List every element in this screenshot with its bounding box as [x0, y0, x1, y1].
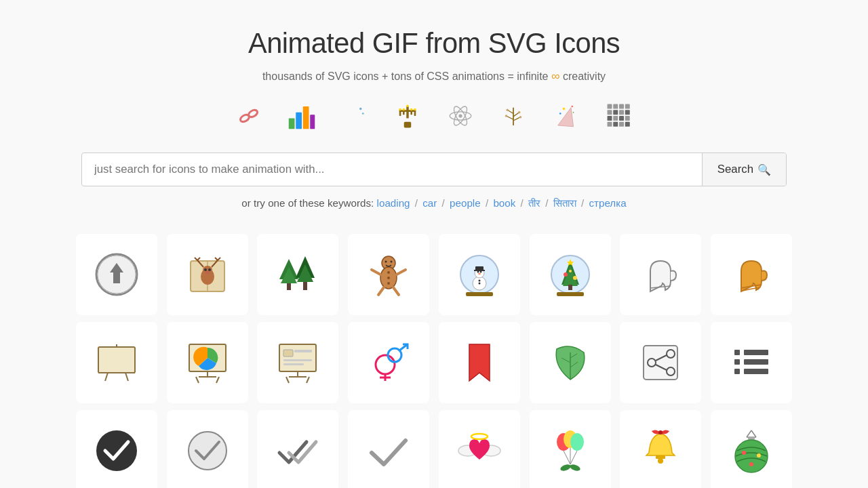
svg-line-117 — [196, 377, 199, 383]
preview-icon-chart[interactable] — [285, 100, 318, 132]
svg-point-32 — [519, 116, 522, 119]
svg-point-86 — [387, 282, 390, 285]
icon-cell-upload-circle[interactable] — [76, 234, 157, 315]
svg-line-110 — [105, 373, 108, 381]
svg-rect-75 — [303, 282, 307, 290]
icon-cell-share[interactable] — [620, 322, 701, 403]
svg-point-104 — [569, 270, 572, 272]
svg-rect-19 — [404, 122, 412, 128]
icon-cell-pie-chart[interactable] — [167, 322, 248, 403]
svg-marker-33 — [558, 108, 574, 127]
svg-line-166 — [751, 430, 756, 437]
icon-cell-angel-heart[interactable] — [439, 410, 520, 488]
search-container: Search 🔍 — [14, 152, 854, 186]
svg-rect-50 — [608, 122, 612, 127]
svg-point-83 — [391, 261, 393, 263]
svg-rect-94 — [474, 270, 485, 271]
icon-cell-presentation[interactable] — [257, 322, 338, 403]
icon-cell-gingerbread[interactable] — [348, 234, 429, 315]
svg-rect-38 — [608, 104, 612, 109]
svg-point-30 — [518, 111, 521, 114]
preview-icon-tree-bare[interactable] — [497, 100, 530, 132]
preview-icon-link[interactable] — [233, 100, 265, 132]
icon-cell-bell-gift[interactable] — [620, 410, 701, 488]
svg-line-27 — [507, 116, 514, 119]
svg-line-79 — [397, 270, 406, 274]
preview-icon-party[interactable] — [550, 100, 583, 132]
svg-point-31 — [505, 115, 508, 117]
svg-line-28 — [513, 117, 521, 121]
svg-rect-122 — [283, 359, 312, 361]
keyword-star-hindi[interactable]: सितारा — [553, 197, 576, 209]
svg-rect-52 — [619, 122, 624, 127]
preview-icon-menorah[interactable] — [391, 100, 424, 132]
svg-point-156 — [570, 433, 584, 451]
svg-rect-8 — [406, 106, 409, 119]
icon-cell-ornament-ball[interactable] — [711, 410, 792, 488]
svg-point-92 — [478, 273, 481, 274]
icon-cell-trees[interactable] — [257, 234, 338, 315]
icon-cell-bookmark[interactable] — [439, 322, 520, 403]
icon-cell-check-gray[interactable] — [348, 410, 429, 488]
preview-icons-strip — [14, 100, 854, 132]
svg-rect-45 — [625, 110, 630, 115]
icon-cell-christmas-globe[interactable] — [530, 234, 611, 315]
icon-cell-leaf[interactable] — [530, 322, 611, 403]
svg-point-85 — [387, 277, 390, 279]
keyword-people[interactable]: people — [450, 197, 481, 209]
search-button[interactable]: Search 🔍 — [702, 153, 786, 186]
icon-cell-mitten-outline[interactable] — [620, 234, 701, 315]
svg-rect-53 — [625, 122, 630, 127]
icon-cell-double-check[interactable] — [257, 410, 338, 488]
icons-grid-row3 — [75, 410, 793, 488]
icon-cell-balloon-bouquet[interactable] — [530, 410, 611, 488]
svg-point-37 — [559, 113, 561, 115]
svg-line-118 — [216, 377, 219, 383]
svg-rect-12 — [403, 110, 405, 115]
preview-icon-atom[interactable] — [444, 100, 477, 132]
icon-cell-snow-globe[interactable] — [439, 234, 520, 315]
svg-rect-44 — [619, 110, 624, 115]
svg-point-18 — [410, 108, 413, 111]
keyword-book[interactable]: book — [493, 197, 515, 209]
icons-grid-row2 — [75, 322, 793, 403]
search-input[interactable] — [82, 153, 702, 186]
svg-point-172 — [749, 462, 753, 466]
keyword-arrow-russian[interactable]: стрелка — [589, 197, 626, 209]
preview-icon-moon[interactable] — [338, 100, 371, 132]
svg-rect-42 — [608, 110, 612, 115]
icon-cell-check-dark-circle[interactable] — [76, 410, 157, 488]
icon-cell-deer-card[interactable] — [167, 234, 248, 315]
svg-line-66 — [215, 258, 218, 260]
svg-rect-120 — [283, 350, 293, 357]
page-title: Animated GIF from SVG Icons — [14, 27, 854, 60]
svg-line-111 — [125, 373, 128, 381]
svg-point-95 — [478, 280, 480, 282]
svg-rect-47 — [613, 116, 618, 121]
svg-line-80 — [378, 287, 384, 295]
icon-cell-gender[interactable] — [348, 322, 429, 403]
svg-rect-51 — [613, 122, 618, 127]
search-icon: 🔍 — [757, 163, 771, 176]
preview-icon-grid[interactable] — [603, 100, 635, 132]
svg-rect-148 — [744, 369, 768, 374]
icon-cell-check-circle-outline[interactable] — [167, 410, 248, 488]
keyword-loading[interactable]: loading — [377, 197, 410, 209]
svg-point-34 — [563, 108, 566, 110]
svg-point-68 — [208, 268, 211, 271]
svg-point-170 — [742, 451, 746, 455]
svg-rect-72 — [287, 283, 291, 290]
svg-rect-9 — [399, 110, 416, 112]
svg-rect-108 — [98, 347, 135, 373]
keyword-arrow-hindi[interactable]: तीर — [528, 197, 540, 209]
svg-line-81 — [393, 287, 399, 295]
icon-cell-list[interactable] — [711, 322, 792, 403]
icon-cell-whiteboard[interactable] — [76, 322, 157, 403]
svg-line-63 — [197, 258, 200, 260]
keyword-car[interactable]: car — [422, 197, 437, 209]
svg-rect-10 — [399, 110, 401, 116]
svg-point-6 — [359, 108, 362, 110]
icon-cell-mitten-orange[interactable] — [711, 234, 792, 315]
svg-point-35 — [571, 106, 573, 108]
svg-rect-41 — [625, 104, 630, 109]
